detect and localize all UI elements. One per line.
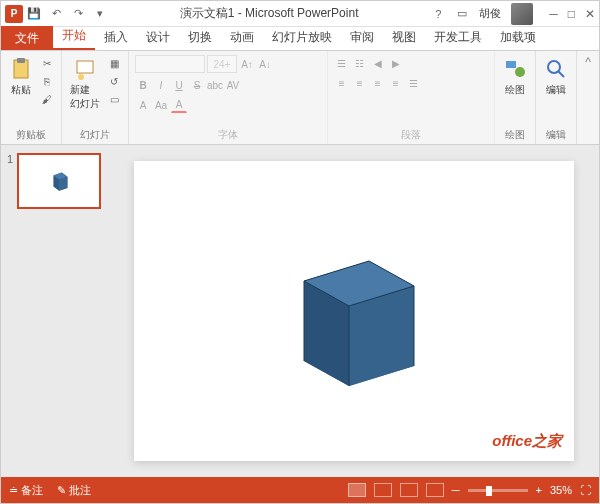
app-icon: P	[5, 5, 23, 23]
strike-button[interactable]: S	[189, 77, 205, 93]
group-font: A↑ A↓ B I U S abc AV A Aa A 字体	[129, 51, 328, 144]
tab-addins[interactable]: 加载项	[491, 25, 545, 50]
layout-icon[interactable]: ▦	[106, 55, 122, 71]
group-slides: 新建 幻灯片 ▦ ↺ ▭ 幻灯片	[62, 51, 129, 144]
align-center-icon[interactable]: ≡	[352, 75, 368, 91]
ribbon: 粘贴 ✂ ⎘ 🖌 剪贴板 新建 幻灯片 ▦ ↺ ▭ 幻灯片	[1, 51, 599, 145]
svg-point-3	[78, 74, 84, 80]
slide-canvas[interactable]: office之家	[134, 161, 574, 461]
tab-home[interactable]: 开始	[53, 23, 95, 50]
comments-label: 批注	[69, 483, 91, 498]
group-editing: 编辑 编辑	[536, 51, 577, 144]
svg-point-5	[515, 67, 525, 77]
editing-group-label: 编辑	[542, 126, 570, 142]
sorter-view-button[interactable]	[374, 483, 392, 497]
tab-developer[interactable]: 开发工具	[425, 25, 491, 50]
format-painter-icon[interactable]: 🖌	[39, 91, 55, 107]
align-left-icon[interactable]: ≡	[334, 75, 350, 91]
minimize-button[interactable]: ─	[549, 7, 558, 21]
increase-font-icon[interactable]: A↑	[239, 56, 255, 72]
spacing-icon[interactable]: AV	[225, 77, 241, 93]
close-button[interactable]: ✕	[585, 7, 595, 21]
svg-rect-1	[17, 58, 25, 63]
font-group-label: 字体	[135, 126, 321, 142]
bullets-icon[interactable]: ☰	[334, 55, 350, 71]
columns-icon[interactable]: ☰	[406, 75, 422, 91]
display-options-icon[interactable]: ▭	[455, 7, 469, 21]
reading-view-button[interactable]	[400, 483, 418, 497]
notes-label: 备注	[21, 483, 43, 498]
tab-transitions[interactable]: 切换	[179, 25, 221, 50]
tab-animations[interactable]: 动画	[221, 25, 263, 50]
workspace: 1	[1, 145, 599, 477]
slides-group-label: 幻灯片	[68, 126, 122, 142]
tab-view[interactable]: 视图	[383, 25, 425, 50]
case-icon[interactable]: Aa	[153, 97, 169, 113]
new-slide-label: 新建 幻灯片	[70, 83, 100, 111]
save-icon[interactable]: 💾	[27, 7, 41, 21]
slide-thumbnail-1[interactable]	[17, 153, 101, 209]
paragraph-group-label: 段落	[334, 126, 489, 142]
font-size-input[interactable]	[207, 55, 237, 73]
zoom-slider[interactable]	[468, 489, 528, 492]
undo-icon[interactable]: ↶	[49, 7, 63, 21]
shadow-button[interactable]: abc	[207, 77, 223, 93]
svg-rect-4	[506, 61, 516, 68]
font-family-input[interactable]	[135, 55, 205, 73]
zoom-level[interactable]: 35%	[550, 484, 572, 496]
cut-icon[interactable]: ✂	[39, 55, 55, 71]
maximize-button[interactable]: □	[568, 7, 575, 21]
help-icon[interactable]: ?	[431, 7, 445, 21]
watermark: office之家	[492, 432, 562, 451]
file-tab[interactable]: 文件	[1, 26, 53, 50]
zoom-out-button[interactable]: ─	[452, 484, 460, 496]
collapse-ribbon-icon[interactable]: ^	[577, 51, 599, 73]
window-title: 演示文稿1 - Microsoft PowerPoint	[107, 5, 431, 22]
tab-review[interactable]: 审阅	[341, 25, 383, 50]
indent-increase-icon[interactable]: ▶	[388, 55, 404, 71]
zoom-thumb[interactable]	[486, 486, 492, 496]
zoom-in-button[interactable]: +	[536, 484, 542, 496]
reset-icon[interactable]: ↺	[106, 73, 122, 89]
editing-label: 编辑	[546, 83, 566, 97]
font-color-icon[interactable]: A	[171, 97, 187, 113]
editing-button[interactable]: 编辑	[542, 55, 570, 99]
group-paragraph: ☰ ☷ ◀ ▶ ≡ ≡ ≡ ≡ ☰ 段落	[328, 51, 496, 144]
justify-icon[interactable]: ≡	[388, 75, 404, 91]
avatar[interactable]	[511, 3, 533, 25]
qat-more-icon[interactable]: ▾	[93, 7, 107, 21]
indent-decrease-icon[interactable]: ◀	[370, 55, 386, 71]
comments-button[interactable]: ✎ 批注	[57, 483, 91, 498]
normal-view-button[interactable]	[348, 483, 366, 497]
underline-button[interactable]: U	[171, 77, 187, 93]
ribbon-tabs: 文件 开始 插入 设计 切换 动画 幻灯片放映 审阅 视图 开发工具 加载项	[1, 27, 599, 51]
paste-label: 粘贴	[11, 83, 31, 97]
notes-icon: ≐	[9, 484, 18, 497]
redo-icon[interactable]: ↷	[71, 7, 85, 21]
tab-insert[interactable]: 插入	[95, 25, 137, 50]
svg-rect-2	[77, 61, 93, 73]
status-bar: ≐ 备注 ✎ 批注 ─ + 35% ⛶	[1, 477, 599, 503]
numbering-icon[interactable]: ☷	[352, 55, 368, 71]
comments-icon: ✎	[57, 484, 66, 497]
notes-button[interactable]: ≐ 备注	[9, 483, 43, 498]
clear-format-icon[interactable]: A	[135, 97, 151, 113]
tab-slideshow[interactable]: 幻灯片放映	[263, 25, 341, 50]
align-right-icon[interactable]: ≡	[370, 75, 386, 91]
italic-button[interactable]: I	[153, 77, 169, 93]
decrease-font-icon[interactable]: A↓	[257, 56, 273, 72]
paste-button[interactable]: 粘贴	[7, 55, 35, 99]
copy-icon[interactable]: ⎘	[39, 73, 55, 89]
new-slide-button[interactable]: 新建 幻灯片	[68, 55, 102, 113]
slide-number: 1	[7, 153, 13, 209]
group-clipboard: 粘贴 ✂ ⎘ 🖌 剪贴板	[1, 51, 62, 144]
thumbnail-panel: 1	[1, 145, 109, 477]
drawing-button[interactable]: 绘图	[501, 55, 529, 99]
slideshow-view-button[interactable]	[426, 483, 444, 497]
username[interactable]: 胡俊	[479, 6, 501, 21]
fit-window-button[interactable]: ⛶	[580, 484, 591, 496]
section-icon[interactable]: ▭	[106, 91, 122, 107]
clipboard-group-label: 剪贴板	[7, 126, 55, 142]
tab-design[interactable]: 设计	[137, 25, 179, 50]
bold-button[interactable]: B	[135, 77, 151, 93]
